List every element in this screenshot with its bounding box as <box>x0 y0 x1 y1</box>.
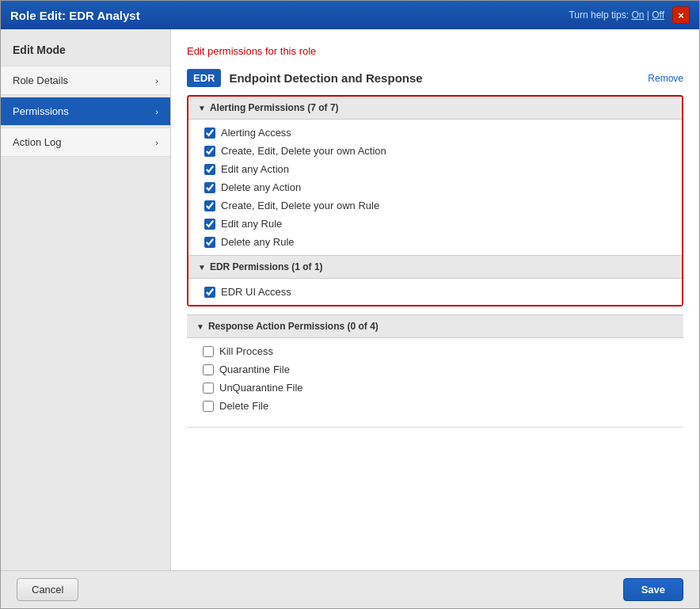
collapse-triangle-icon: ▼ <box>196 322 204 331</box>
quarantine-file-checkbox[interactable] <box>203 364 214 375</box>
title-bar: Role Edit: EDR Analyst Turn help tips: O… <box>1 1 699 29</box>
alerting-permission-items: Alerting Access Create, Edit, Delete you… <box>188 120 682 255</box>
alerting-permissions-group: ▼ Alerting Permissions (7 of 7) Alerting… <box>188 97 682 255</box>
chevron-right-icon: › <box>155 107 158 116</box>
edr-permission-items: EDR UI Access <box>188 279 682 305</box>
alerting-group-label: Alerting Permissions (7 of 7) <box>210 102 339 113</box>
collapse-triangle-icon: ▼ <box>198 104 206 112</box>
list-item[interactable]: UnQuarantine File <box>187 379 683 397</box>
separator <box>187 427 683 428</box>
remove-link[interactable]: Remove <box>648 73 683 84</box>
edr-ui-access-checkbox[interactable] <box>204 287 215 298</box>
permission-label: EDR UI Access <box>221 286 291 298</box>
collapse-triangle-icon: ▼ <box>198 263 206 272</box>
list-item[interactable]: Quarantine File <box>187 360 683 379</box>
help-tips-off[interactable]: Off <box>652 10 664 21</box>
permission-label: Delete any Rule <box>221 236 295 248</box>
sidebar-item-label: Action Log <box>13 136 61 148</box>
permission-label: UnQuarantine File <box>219 382 303 394</box>
content-area: Edit Mode Role Details › Permissions › A… <box>1 29 699 570</box>
list-item[interactable]: Kill Process <box>187 342 683 360</box>
edr-group-label: EDR Permissions (1 of 1) <box>210 261 323 272</box>
delete-any-rule-checkbox[interactable] <box>204 237 215 248</box>
permission-label: Quarantine File <box>219 363 290 375</box>
sidebar-item-label: Permissions <box>13 105 69 117</box>
save-button[interactable]: Save <box>623 578 683 601</box>
close-button[interactable]: × <box>672 6 690 24</box>
list-item[interactable]: Delete any Action <box>188 178 682 196</box>
list-item[interactable]: Create, Edit, Delete your own Rule <box>188 196 682 215</box>
sidebar: Edit Mode Role Details › Permissions › A… <box>1 29 171 570</box>
list-item[interactable]: EDR UI Access <box>188 283 682 301</box>
permission-label: Delete File <box>219 400 268 412</box>
alerting-access-checkbox[interactable] <box>204 128 215 139</box>
edit-any-rule-checkbox[interactable] <box>204 219 215 230</box>
alerting-group-header[interactable]: ▼ Alerting Permissions (7 of 7) <box>188 97 682 120</box>
unquarantine-file-checkbox[interactable] <box>203 383 214 394</box>
permissions-box: ▼ Alerting Permissions (7 of 7) Alerting… <box>187 95 683 306</box>
edit-any-action-checkbox[interactable] <box>204 164 215 175</box>
list-item[interactable]: Edit any Rule <box>188 215 682 233</box>
window: Role Edit: EDR Analyst Turn help tips: O… <box>0 0 700 609</box>
edr-permissions-group: ▼ EDR Permissions (1 of 1) EDR UI Access <box>188 255 682 305</box>
permission-label: Create, Edit, Delete your own Rule <box>221 200 379 211</box>
title-bar-right: Turn help tips: On | Off × <box>569 6 690 24</box>
window-title: Role Edit: EDR Analyst <box>10 9 140 22</box>
module-header: EDR Endpoint Detection and Response Remo… <box>187 69 683 87</box>
chevron-right-icon: › <box>155 138 158 147</box>
delete-file-checkbox[interactable] <box>203 401 214 412</box>
module-header-left: EDR Endpoint Detection and Response <box>187 69 423 87</box>
sidebar-item-role-details[interactable]: Role Details › <box>1 66 170 95</box>
create-edit-delete-own-rule-checkbox[interactable] <box>204 200 215 211</box>
sidebar-item-action-log[interactable]: Action Log › <box>1 128 170 157</box>
chevron-right-icon: › <box>155 76 158 86</box>
create-edit-delete-own-action-checkbox[interactable] <box>204 146 215 157</box>
permission-label: Delete any Action <box>221 181 301 193</box>
list-item[interactable]: Edit any Action <box>188 160 682 178</box>
help-tips-text: Turn help tips: On | Off <box>569 10 664 21</box>
list-item[interactable]: Alerting Access <box>188 124 682 142</box>
cancel-button[interactable]: Cancel <box>17 578 78 601</box>
edr-group-header[interactable]: ▼ EDR Permissions (1 of 1) <box>188 255 682 279</box>
permission-label: Edit any Rule <box>221 218 282 230</box>
edr-badge: EDR <box>187 69 221 87</box>
permission-label: Alerting Access <box>221 127 291 139</box>
sidebar-item-permissions[interactable]: Permissions › <box>1 97 170 126</box>
response-action-group-label: Response Action Permissions (0 of 4) <box>208 321 379 332</box>
page-subtitle: Edit permissions for this role <box>187 45 683 57</box>
list-item[interactable]: Create, Edit, Delete your own Action <box>188 142 682 160</box>
response-action-group-header[interactable]: ▼ Response Action Permissions (0 of 4) <box>187 314 683 338</box>
delete-any-action-checkbox[interactable] <box>204 182 215 193</box>
list-item[interactable]: Delete File <box>187 397 683 415</box>
permission-label: Kill Process <box>219 345 273 357</box>
help-tips-on[interactable]: On <box>631 10 644 21</box>
footer: Cancel Save <box>1 570 699 608</box>
list-item[interactable]: Delete any Rule <box>188 233 682 251</box>
sidebar-item-label: Role Details <box>13 74 68 86</box>
module-name: Endpoint Detection and Response <box>229 71 422 85</box>
response-action-permission-items: Kill Process Quarantine File UnQuarantin… <box>187 338 683 419</box>
sidebar-title: Edit Mode <box>1 37 170 66</box>
permission-label: Edit any Action <box>221 163 289 175</box>
response-action-permissions-group: ▼ Response Action Permissions (0 of 4) K… <box>187 314 683 419</box>
permission-label: Create, Edit, Delete your own Action <box>221 145 386 157</box>
main-content: Edit permissions for this role EDR Endpo… <box>171 29 699 570</box>
kill-process-checkbox[interactable] <box>203 346 214 357</box>
